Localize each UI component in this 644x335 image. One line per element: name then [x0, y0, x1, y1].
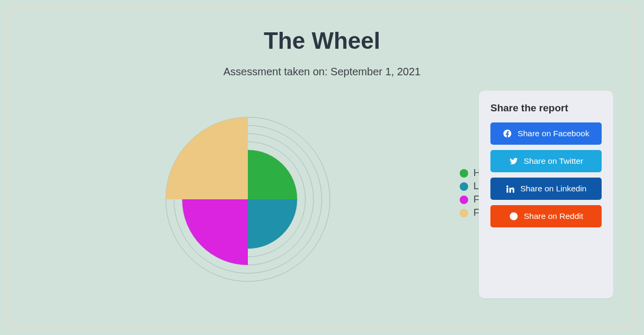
- assessment-date: Assessment taken on: September 1, 2021: [31, 66, 613, 78]
- twitter-icon: [509, 156, 518, 166]
- share-facebook-button[interactable]: Share on Facebook: [490, 122, 602, 145]
- wheel-chart-svg: [163, 96, 375, 308]
- report-frame: The Wheel Assessment taken on: September…: [8, 8, 636, 327]
- share-reddit-button[interactable]: Share on Reddit: [490, 205, 602, 227]
- legend-dot-icon: [460, 196, 468, 204]
- share-twitter-button[interactable]: Share on Twitter: [490, 150, 602, 172]
- facebook-icon: [503, 129, 512, 138]
- legend-dot-icon: [460, 169, 468, 178]
- share-linkedin-button[interactable]: Share on Linkedin: [490, 178, 602, 200]
- share-panel: Share the report Share on Facebook Share…: [479, 91, 613, 298]
- content-area: HealthLifeFunFriends Share the report Sh…: [31, 91, 613, 313]
- wheel-chart: HealthLifeFunFriends: [163, 96, 481, 308]
- page-title: The Wheel: [31, 28, 613, 54]
- reddit-icon: [509, 211, 518, 221]
- legend-dot-icon: [460, 209, 468, 217]
- linkedin-icon: [506, 184, 515, 193]
- share-panel-title: Share the report: [490, 102, 602, 114]
- share-reddit-label: Share on Reddit: [524, 211, 583, 221]
- share-facebook-label: Share on Facebook: [517, 129, 589, 138]
- legend-dot-icon: [460, 182, 468, 191]
- share-linkedin-label: Share on Linkedin: [521, 184, 587, 193]
- share-twitter-label: Share on Twitter: [524, 156, 584, 166]
